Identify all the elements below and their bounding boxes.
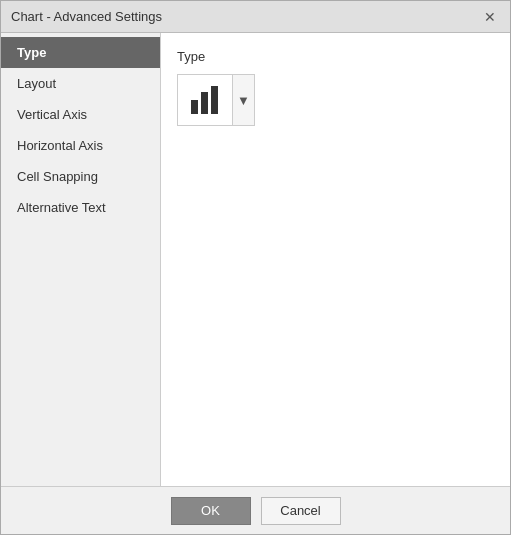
dialog-title: Chart - Advanced Settings [11,9,162,24]
titlebar: Chart - Advanced Settings ✕ [1,1,510,33]
sidebar-item-vertical-axis[interactable]: Vertical Axis [1,99,160,130]
svg-rect-1 [201,92,208,114]
svg-rect-0 [191,100,198,114]
cancel-button[interactable]: Cancel [261,497,341,525]
type-label: Type [177,49,494,64]
sidebar: Type Layout Vertical Axis Horizontal Axi… [1,33,161,486]
sidebar-item-alternative-text[interactable]: Alternative Text [1,192,160,223]
sidebar-item-type[interactable]: Type [1,37,160,68]
sidebar-item-layout[interactable]: Layout [1,68,160,99]
dialog: Chart - Advanced Settings ✕ Type Layout … [0,0,511,535]
bar-chart-icon [187,82,223,118]
chart-type-dropdown-button[interactable]: ▼ [233,74,255,126]
chevron-down-icon: ▼ [237,93,250,108]
sidebar-item-cell-snapping[interactable]: Cell Snapping [1,161,160,192]
close-button[interactable]: ✕ [480,7,500,27]
sidebar-item-horizontal-axis[interactable]: Horizontal Axis [1,130,160,161]
type-selector: ▼ [177,74,494,126]
dialog-body: Type Layout Vertical Axis Horizontal Axi… [1,33,510,486]
ok-button[interactable]: OK [171,497,251,525]
svg-rect-2 [211,86,218,114]
chart-type-icon-box[interactable] [177,74,233,126]
main-content: Type ▼ [161,33,510,486]
dialog-footer: OK Cancel [1,486,510,534]
